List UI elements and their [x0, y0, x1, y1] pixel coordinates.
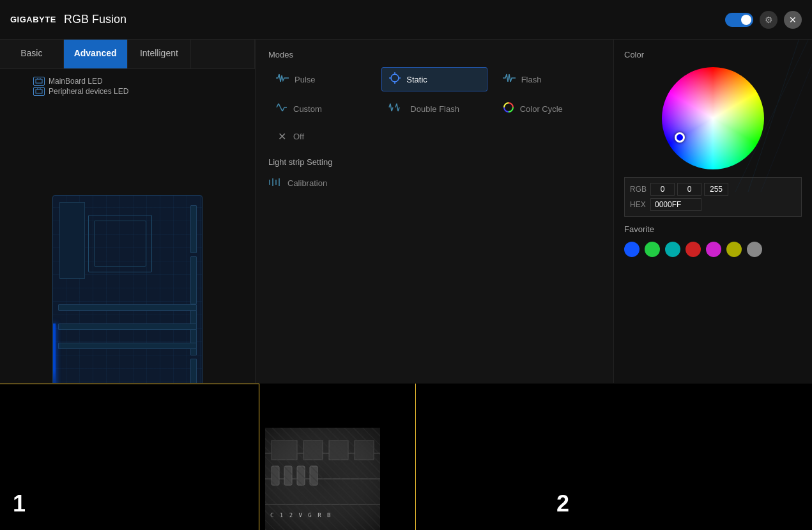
svg-rect-31 [355, 440, 374, 460]
annotation-area: 1 2 C 1 2 V G R B [0, 383, 812, 530]
tab-basic[interactable]: Basic [0, 37, 64, 68]
mode-off[interactable]: ✕ Off [268, 126, 374, 147]
pcie-slot-2 [58, 323, 197, 330]
fav-color-green[interactable] [645, 242, 660, 257]
svg-rect-24 [265, 428, 380, 530]
color-cycle-icon [502, 101, 515, 116]
color-title: Color [624, 50, 802, 59]
svg-rect-35 [310, 466, 318, 485]
mode-custom[interactable]: Custom [268, 97, 374, 121]
color-wheel[interactable] [662, 67, 764, 169]
svg-line-14 [282, 107, 284, 111]
mode-pulse[interactable]: Pulse [268, 67, 374, 91]
svg-rect-34 [297, 466, 305, 485]
annotation-line-top-left [0, 384, 259, 384]
pcie-slot-1 [58, 304, 197, 311]
mode-flash[interactable]: Flash [495, 67, 601, 91]
mode-off-label: Off [293, 132, 304, 141]
vrm-area [59, 202, 85, 279]
fav-color-gray[interactable] [747, 242, 762, 257]
light-strip-section: Light strip Setting Calibration [268, 157, 601, 192]
mode-double-flash-label: Double Flash [410, 104, 459, 114]
tab-intelligent[interactable]: Intelligent [128, 37, 192, 68]
svg-point-6 [391, 74, 399, 82]
annotation-label-2: 2 [556, 490, 569, 517]
rgb-g-input[interactable] [677, 183, 701, 196]
svg-text:C 1 2 V G R B: C 1 2 V G R B [270, 512, 332, 518]
mobo-board [52, 195, 203, 409]
pcie-slot-3 [58, 343, 197, 349]
fav-color-teal[interactable] [665, 242, 680, 257]
rgb-r-input[interactable] [650, 183, 675, 196]
light-strip-title: Light strip Setting [268, 157, 601, 167]
annotation-line-left-vertical [259, 384, 259, 530]
svg-line-11 [277, 104, 279, 107]
hex-input[interactable] [650, 198, 701, 211]
svg-rect-32 [272, 466, 279, 485]
color-wheel-container[interactable] [662, 67, 764, 169]
svg-rect-3 [36, 90, 42, 93]
svg-rect-29 [303, 440, 323, 460]
rgb-inputs: RGB [630, 183, 796, 196]
mainboard-led-label[interactable]: MainBoard LED [33, 77, 247, 86]
close-icon: ✕ [789, 15, 797, 25]
off-icon: ✕ [275, 130, 288, 143]
pulse-icon [275, 73, 289, 86]
led-labels: MainBoard LED Peripheral devices LED [33, 77, 247, 96]
tab-advanced[interactable]: Advanced [64, 37, 128, 68]
annotation-line-right-vertical [415, 384, 416, 530]
svg-line-12 [279, 104, 280, 107]
power-toggle[interactable] [725, 13, 753, 27]
app-brand: GIGABYTE [10, 15, 56, 24]
svg-rect-33 [284, 466, 292, 485]
cpu-socket [88, 215, 152, 272]
ram-slot-2 [190, 256, 197, 304]
mode-pulse-label: Pulse [295, 75, 316, 84]
rgb-b-input[interactable] [704, 183, 728, 196]
thumbnail-content: C 1 2 V G R B [265, 428, 380, 530]
ram-slot-1 [190, 205, 197, 253]
mode-color-cycle-label: Color Cycle [520, 104, 563, 114]
mode-double-flash[interactable]: Double Flash [381, 97, 487, 121]
modes-title: Modes [268, 50, 601, 59]
svg-rect-30 [329, 440, 348, 460]
calibration-item[interactable]: Calibration [268, 175, 601, 192]
svg-rect-37 [265, 428, 380, 530]
svg-rect-28 [272, 440, 297, 460]
mode-static[interactable]: Static [381, 67, 487, 91]
fav-color-blue[interactable] [624, 242, 640, 257]
mode-color-cycle[interactable]: Color Cycle [495, 97, 601, 121]
fav-color-purple[interactable] [706, 242, 721, 257]
modes-section: Modes Pulse Static [268, 50, 601, 147]
tab-bar: Basic Advanced Intelligent [0, 37, 255, 69]
mode-flash-label: Flash [521, 75, 542, 84]
fav-color-red[interactable] [686, 242, 701, 257]
mode-static-label: Static [406, 75, 427, 84]
app-name: RGB Fusion [64, 13, 126, 26]
gear-icon: ⚙ [765, 15, 773, 25]
rgb-label: RGB [630, 185, 648, 194]
tab-extra[interactable] [191, 37, 255, 68]
calibration-icon [268, 177, 282, 189]
static-icon [388, 72, 401, 87]
svg-line-13 [280, 107, 282, 111]
hex-row: HEX [630, 198, 796, 211]
fav-color-yellow[interactable] [726, 242, 742, 257]
title-bar-controls: ⚙ ✕ [725, 11, 802, 29]
color-cursor[interactable] [675, 132, 685, 143]
svg-rect-0 [36, 79, 42, 83]
double-flash-icon [388, 102, 405, 115]
flash-icon [502, 73, 516, 86]
modes-grid: Pulse Static Flash [268, 67, 601, 147]
settings-button[interactable]: ⚙ [760, 11, 778, 29]
annotation-label-1: 1 [13, 490, 26, 517]
custom-icon [275, 102, 288, 115]
favorite-title: Favorite [624, 224, 802, 234]
calibration-label: Calibration [287, 178, 327, 188]
mode-custom-label: Custom [293, 104, 322, 114]
svg-line-23 [761, 64, 812, 192]
peripheral-led-label[interactable]: Peripheral devices LED [33, 87, 247, 96]
close-button[interactable]: ✕ [784, 11, 802, 29]
hex-label: HEX [630, 200, 648, 209]
favorite-colors [624, 242, 802, 257]
